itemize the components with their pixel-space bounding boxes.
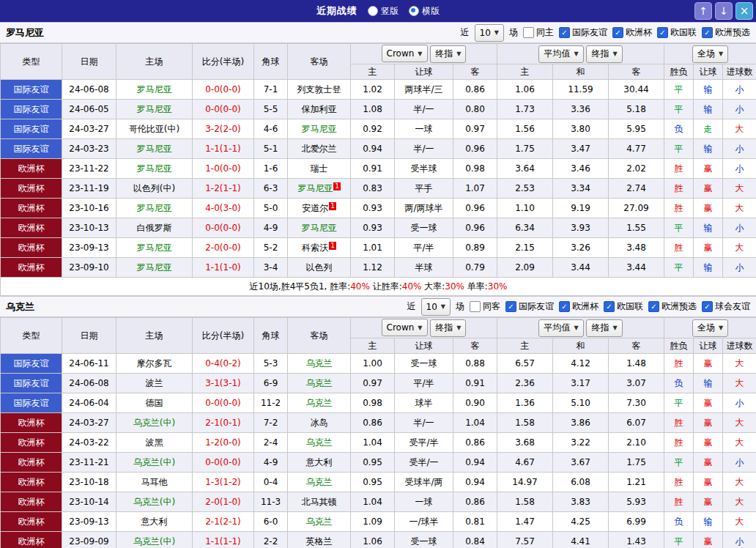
away-team-cell[interactable]: 英格兰 bbox=[288, 532, 351, 548]
avg-source-select[interactable]: 平均值▼ bbox=[538, 319, 583, 337]
chevron-down-icon: ▼ bbox=[456, 51, 461, 57]
scroll-down-button[interactable]: ↓ bbox=[715, 2, 733, 20]
summary-stat-label: 让胜率: bbox=[370, 281, 402, 292]
score-cell[interactable]: 1-1(1-1) bbox=[193, 139, 254, 159]
score-cell[interactable]: 3-1(3-1) bbox=[193, 374, 254, 393]
away-team-cell[interactable]: 保加利亚 bbox=[288, 100, 351, 119]
score-cell[interactable]: 3-2(2-0) bbox=[193, 119, 254, 139]
home-team-cell[interactable]: 罗马尼亚 bbox=[116, 100, 193, 119]
away-team-cell[interactable]: 罗马尼亚 bbox=[288, 218, 351, 238]
score-cell[interactable]: 1-3(1-2) bbox=[193, 473, 254, 492]
away-team-cell[interactable]: 乌克兰 bbox=[288, 374, 351, 393]
avg-odds-cell: 1.36 bbox=[497, 393, 553, 413]
league-checkbox[interactable]: ✓欧国联 bbox=[604, 300, 643, 313]
avg-final-select[interactable]: 终指▼ bbox=[586, 319, 622, 337]
away-team-cell[interactable]: 科索沃1 bbox=[288, 238, 351, 258]
odds-cell: 半/一 bbox=[395, 139, 453, 159]
close-button[interactable]: × bbox=[735, 2, 753, 20]
same-venue-checkbox[interactable]: 同客 bbox=[470, 300, 500, 313]
away-team-cell[interactable]: 列支敦士登 bbox=[288, 80, 351, 100]
home-team-cell[interactable]: 哥伦比亚(中) bbox=[116, 119, 193, 139]
home-team-cell[interactable]: 意大利 bbox=[116, 512, 193, 532]
home-team-cell[interactable]: 罗马尼亚 bbox=[116, 199, 193, 218]
score-cell[interactable]: 0-0(0-0) bbox=[193, 80, 254, 100]
away-team-cell[interactable]: 安道尔1 bbox=[288, 199, 351, 218]
home-team-cell[interactable]: 罗马尼亚 bbox=[116, 258, 193, 278]
away-team-cell[interactable]: 北马其顿 bbox=[288, 492, 351, 512]
avg-final-select[interactable]: 终指▼ bbox=[586, 45, 622, 63]
score-cell[interactable]: 0-4(0-2) bbox=[193, 354, 254, 374]
home-team-cell[interactable]: 乌克兰(中) bbox=[116, 453, 193, 473]
score-cell[interactable]: 0-0(0-0) bbox=[193, 218, 254, 238]
odds-source-select[interactable]: Crown▼ bbox=[382, 45, 428, 62]
odds-cell: 0.80 bbox=[453, 100, 497, 119]
home-team-cell[interactable]: 罗马尼亚 bbox=[116, 238, 193, 258]
score-cell[interactable]: 1-2(0-0) bbox=[193, 433, 254, 453]
home-team-cell[interactable]: 白俄罗斯 bbox=[116, 218, 193, 238]
score-cell[interactable]: 1-2(1-1) bbox=[193, 179, 254, 199]
layout-radio-vertical[interactable]: 竖版 bbox=[368, 5, 399, 18]
layout-radio-horizontal[interactable]: 横版 bbox=[409, 5, 440, 18]
match-count-select[interactable]: 10▼ bbox=[421, 298, 451, 316]
away-team-cell[interactable]: 罗马尼亚 bbox=[288, 119, 351, 139]
sub-col-header: 和 bbox=[553, 64, 609, 80]
score-cell[interactable]: 1-0(0-0) bbox=[193, 159, 254, 179]
away-team-cell[interactable]: 罗马尼亚1 bbox=[288, 179, 351, 199]
score-cell[interactable]: 2-0(0-0) bbox=[193, 238, 254, 258]
away-team-cell[interactable]: 意大利 bbox=[288, 453, 351, 473]
home-team-cell[interactable]: 波兰 bbox=[116, 374, 193, 393]
odds-cell: 0.97 bbox=[351, 374, 395, 393]
scroll-up-button[interactable]: ↑ bbox=[694, 2, 712, 20]
home-team-cell[interactable]: 罗马尼亚 bbox=[116, 159, 193, 179]
home-team-cell[interactable]: 乌克兰(中) bbox=[116, 413, 193, 433]
score-cell[interactable]: 0-0(0-0) bbox=[193, 100, 254, 119]
away-team-cell[interactable]: 瑞士 bbox=[288, 159, 351, 179]
score-cell[interactable]: 4-0(3-0) bbox=[193, 199, 254, 218]
score-cell[interactable]: 2-0(1-0) bbox=[193, 492, 254, 512]
score-cell[interactable]: 2-1(0-1) bbox=[193, 413, 254, 433]
league-checkbox[interactable]: ✓欧国联 bbox=[657, 26, 697, 39]
col-header-home: 主场 bbox=[116, 44, 193, 80]
score-cell[interactable]: 1-1(1-0) bbox=[193, 258, 254, 278]
home-team-cell[interactable]: 马耳他 bbox=[116, 473, 193, 492]
competition-type: 欧洲杯 bbox=[1, 218, 62, 238]
odds-final-select[interactable]: 终指▼ bbox=[430, 319, 466, 337]
home-team-cell[interactable]: 乌克兰(中) bbox=[116, 492, 193, 512]
away-team-cell[interactable]: 冰岛 bbox=[288, 413, 351, 433]
score-cell[interactable]: 0-0(0-0) bbox=[193, 453, 254, 473]
home-team-cell[interactable]: 罗马尼亚 bbox=[116, 80, 193, 100]
score-cell[interactable]: 2-1(2-1) bbox=[193, 512, 254, 532]
away-team-cell[interactable]: 乌克兰 bbox=[288, 473, 351, 492]
league-checkbox[interactable]: ✓国际友谊 bbox=[505, 300, 554, 313]
same-venue-checkbox[interactable]: 同主 bbox=[523, 26, 554, 39]
league-checkbox[interactable]: ✓欧洲预选 bbox=[702, 26, 750, 39]
fulltime-select[interactable]: 全场▼ bbox=[692, 45, 728, 63]
match-row: 欧洲杯23-10-18马耳他1-3(1-2)0-4乌克兰0.95受球半/两0.9… bbox=[1, 473, 756, 492]
away-team-cell[interactable]: 乌克兰 bbox=[288, 433, 351, 453]
league-checkbox[interactable]: ✓欧洲杯 bbox=[612, 26, 652, 39]
odds-final-select[interactable]: 终指▼ bbox=[430, 45, 466, 63]
score-cell[interactable]: 1-1(1-1) bbox=[193, 532, 254, 548]
avg-source-select[interactable]: 平均值▼ bbox=[538, 45, 583, 63]
home-team-cell[interactable]: 摩尔多瓦 bbox=[116, 354, 193, 374]
match-count-select[interactable]: 10▼ bbox=[475, 24, 504, 42]
fulltime-select[interactable]: 全场▼ bbox=[692, 319, 728, 337]
home-team-cell[interactable]: 乌克兰(中) bbox=[116, 532, 193, 548]
odds-source-select[interactable]: Crown▼ bbox=[382, 319, 428, 336]
away-team-cell[interactable]: 乌克兰 bbox=[288, 512, 351, 532]
home-team-cell[interactable]: 德国 bbox=[116, 393, 193, 413]
corner-cell: 2-4 bbox=[254, 433, 288, 453]
league-checkbox[interactable]: ✓国际友谊 bbox=[559, 26, 607, 39]
score-cell[interactable]: 0-0(0-0) bbox=[193, 393, 254, 413]
league-checkbox[interactable]: ✓球会友谊 bbox=[702, 300, 750, 313]
home-team-cell[interactable]: 罗马尼亚 bbox=[116, 139, 193, 159]
away-team-cell[interactable]: 乌克兰 bbox=[288, 354, 351, 374]
home-team-cell[interactable]: 波黑 bbox=[116, 433, 193, 453]
league-checkbox[interactable]: ✓欧洲杯 bbox=[559, 300, 598, 313]
league-checkbox[interactable]: ✓欧洲预选 bbox=[648, 300, 697, 313]
away-team-cell[interactable]: 以色列 bbox=[288, 258, 351, 278]
away-team-cell[interactable]: 乌克兰 bbox=[288, 393, 351, 413]
away-team-cell[interactable]: 北爱尔兰 bbox=[288, 139, 351, 159]
home-team-cell[interactable]: 以色列(中) bbox=[116, 179, 193, 199]
select-value: 平均值 bbox=[544, 322, 570, 334]
